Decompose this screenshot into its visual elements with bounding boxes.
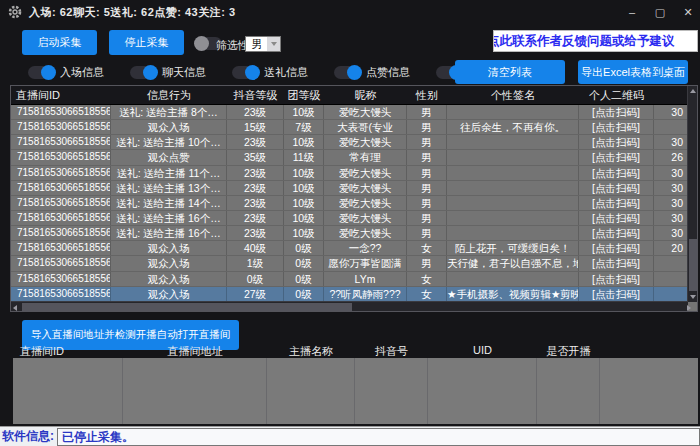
cell: [447, 226, 579, 240]
cell: 爱吃大馒头: [324, 181, 407, 195]
cell: 0级: [284, 256, 324, 270]
cell: 送礼: 送给主播 8个…: [111, 105, 227, 119]
cell: 30: [654, 181, 687, 195]
cell: 7158165306651855630: [11, 181, 111, 195]
qr-scan-link[interactable]: [点击扫码]: [579, 211, 654, 225]
cell: 23级: [227, 226, 284, 240]
toggle-icon[interactable]: [334, 66, 361, 79]
table-row[interactable]: 7158165306651855630送礼: 送给主播 16个…23级10级爱吃…: [11, 226, 687, 241]
cell: 爱吃大馒头: [324, 226, 407, 240]
qr-scan-link[interactable]: [点击扫码]: [579, 135, 654, 149]
cell: 26: [654, 150, 687, 164]
info-toggle-聊天信息[interactable]: 聊天信息: [130, 64, 206, 80]
qr-scan-link[interactable]: [点击扫码]: [579, 120, 654, 134]
chevron-down-icon[interactable]: [267, 37, 280, 51]
table-row[interactable]: 7158165306651855630观众入场1级0级愿你万事皆圆满男天行健，君…: [11, 256, 687, 271]
status-label: 软件信息:: [0, 428, 57, 445]
info-toggle-送礼信息[interactable]: 送礼信息: [232, 64, 308, 80]
feedback-link[interactable]: 点此联系作者反馈问题或给予建议: [493, 30, 698, 52]
cell: [447, 105, 579, 119]
cell: 10级: [284, 196, 324, 210]
info-toggle-点赞信息[interactable]: 点赞信息: [334, 64, 410, 80]
qr-scan-link[interactable]: [点击扫码]: [579, 196, 654, 210]
cell: 男: [407, 150, 447, 164]
cell: 27级: [227, 287, 284, 301]
column-header: 昵称: [324, 86, 407, 104]
cell: 观众点赞: [111, 150, 227, 164]
qr-scan-link[interactable]: [点击扫码]: [579, 241, 654, 255]
cell: 愿你万事皆圆满: [324, 256, 407, 270]
cell: 女: [407, 272, 447, 286]
start-collect-button[interactable]: 启动采集: [22, 30, 97, 55]
scroll-up-icon[interactable]: [688, 86, 697, 96]
cell: 7158165306651855630: [11, 150, 111, 164]
table-row[interactable]: 7158165306651855630送礼: 送给主播 14个…23级10级爱吃…: [11, 196, 687, 211]
table-row[interactable]: 7158165306651855630送礼: 送给主播 8个…23级10级爱吃大…: [11, 105, 687, 120]
close-icon[interactable]: ✕: [682, 6, 694, 19]
toggle-label: 入场信息: [60, 65, 104, 80]
qr-scan-link[interactable]: [点击扫码]: [579, 150, 654, 164]
cell: 男: [407, 181, 447, 195]
column-header: 性别: [407, 86, 447, 104]
cell: 30: [654, 196, 687, 210]
table-row[interactable]: 7158165306651855630观众入场40级0级一念??女陌上花开，可缓…: [11, 241, 687, 256]
status-message: 已停止采集。: [57, 428, 700, 446]
cell: [447, 272, 579, 286]
cell: 爱吃大馒头: [324, 135, 407, 149]
scroll-left-icon[interactable]: [13, 305, 17, 311]
cell: 男: [407, 105, 447, 119]
toggle-icon[interactable]: [28, 66, 55, 79]
cell: 男: [407, 196, 447, 210]
table-row[interactable]: 7158165306651855630观众入场27级0级??听凤静雨???女★手…: [11, 287, 687, 302]
minimize-icon[interactable]: –: [626, 6, 638, 18]
table-row[interactable]: 7158165306651855630送礼: 送给主播 16个…23级10级爱吃…: [11, 211, 687, 226]
cell: 23级: [227, 181, 284, 195]
table-row[interactable]: 7158165306651855630观众入场15级7级大表哥(专业男往后余生，…: [11, 120, 687, 135]
vertical-scroll-thumb[interactable]: [689, 239, 697, 291]
maximize-icon[interactable]: ▢: [654, 6, 666, 19]
cell: 送礼: 送给主播 16个…: [111, 211, 227, 225]
cell: 10级: [284, 105, 324, 119]
vertical-scrollbar[interactable]: [687, 86, 697, 302]
cell: 观众入场: [111, 241, 227, 255]
gender-select[interactable]: 男: [245, 36, 281, 52]
column-header: [600, 344, 698, 358]
qr-scan-link[interactable]: [点击扫码]: [579, 166, 654, 180]
qr-scan-link[interactable]: [点击扫码]: [579, 287, 654, 301]
table-row[interactable]: 7158165306651855630送礼: 送给主播 11个…23级10级爱吃…: [11, 166, 687, 181]
qr-scan-link[interactable]: [点击扫码]: [579, 105, 654, 119]
column-header: 信息行为: [111, 86, 227, 104]
cell: 0级: [284, 241, 324, 255]
cell: 20: [654, 241, 687, 255]
toggle-icon[interactable]: [130, 66, 157, 79]
cell: 观众入场: [111, 287, 227, 301]
export-excel-button[interactable]: 导出Excel表格到桌面: [578, 60, 688, 84]
cell: 10级: [284, 181, 324, 195]
qr-scan-link[interactable]: [点击扫码]: [579, 256, 654, 270]
table-row[interactable]: 7158165306651855630观众入场0级0级LYm女[点击扫码]: [11, 272, 687, 287]
table-row[interactable]: 7158165306651855630送礼: 送给主播 10个…23级10级爱吃…: [11, 135, 687, 150]
cell: 送礼: 送给主播 13个…: [111, 181, 227, 195]
scroll-down-icon[interactable]: [688, 292, 698, 302]
cell: 7158165306651855630: [11, 241, 111, 255]
column-header: UID: [428, 344, 537, 358]
toggle-icon[interactable]: [232, 66, 259, 79]
horizontal-scroll-thumb[interactable]: [22, 303, 352, 311]
cell: 送礼: 送给主播 11个…: [111, 166, 227, 180]
horizontal-scrollbar[interactable]: [11, 301, 688, 311]
cell: 23级: [227, 166, 284, 180]
qr-scan-link[interactable]: [点击扫码]: [579, 272, 654, 286]
cell: 观众入场: [111, 256, 227, 270]
table-row[interactable]: 7158165306651855630送礼: 送给主播 13个…23级10级爱吃…: [11, 181, 687, 196]
stop-collect-button[interactable]: 停止采集: [109, 30, 184, 55]
qr-scan-link[interactable]: [点击扫码]: [579, 181, 654, 195]
cell: 送礼: 送给主播 14个…: [111, 196, 227, 210]
qr-scan-link[interactable]: [点击扫码]: [579, 226, 654, 240]
main-table-body: 7158165306651855630送礼: 送给主播 8个…23级10级爱吃大…: [11, 105, 687, 302]
message-table: 直播间ID信息行为抖音等级团等级昵称性别个性签名个人二维码 7158165306…: [10, 85, 698, 312]
cell: 35级: [227, 150, 284, 164]
info-toggle-入场信息[interactable]: 入场信息: [28, 64, 104, 80]
clear-list-button[interactable]: 清空列表: [455, 60, 565, 84]
table-row[interactable]: 7158165306651855630观众点赞35级11级常有理男[点击扫码]2…: [11, 150, 687, 165]
scroll-right-icon[interactable]: [687, 305, 691, 311]
